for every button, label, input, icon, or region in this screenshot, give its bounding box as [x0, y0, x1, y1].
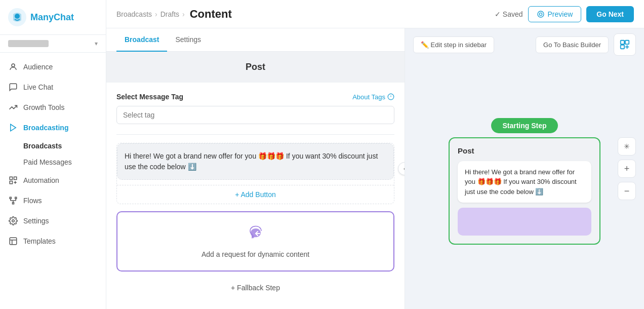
add-button-row[interactable]: + Add Button: [117, 185, 394, 204]
message-tag-section: Select Message Tag About Tags: [116, 93, 394, 124]
svg-rect-8: [15, 197, 17, 199]
svg-rect-6: [10, 181, 12, 184]
tab-settings[interactable]: Settings: [167, 28, 209, 52]
svg-rect-15: [10, 238, 17, 245]
live-chat-icon: [8, 82, 18, 92]
sidebar-account[interactable]: ▾: [0, 35, 106, 53]
svg-marker-3: [11, 124, 16, 131]
settings-icon: [8, 216, 18, 226]
flow-message-bubble: Hi there! We got a brand new offer for y…: [458, 161, 591, 203]
breadcrumb: Broadcasts › Drafts ›: [116, 10, 185, 18]
canvas-panel: ✏️ Edit step in sidebar Go To Basic Buil…: [405, 28, 644, 309]
select-tag-input[interactable]: [116, 106, 394, 124]
checkmark-icon: ✓: [495, 10, 501, 18]
divider-1: [116, 134, 394, 135]
basic-builder-button[interactable]: Go To Basic Builder: [536, 36, 609, 53]
sidebar-item-label-automation: Automation: [23, 176, 59, 184]
post-section-header: Post: [106, 52, 405, 83]
topbar-left: Broadcasts › Drafts › Content: [116, 8, 232, 21]
sidebar-item-automation[interactable]: Automation: [0, 170, 106, 190]
dynamic-content-card[interactable]: Add a request for dynamic content: [116, 211, 394, 272]
panel-inner: Select Message Tag About Tags Hi there! …: [106, 83, 405, 307]
canvas-plus-tool[interactable]: +: [618, 160, 636, 178]
sidebar-item-label-flows: Flows: [23, 197, 42, 205]
svg-rect-9: [13, 203, 14, 204]
audience-icon: [8, 62, 18, 72]
sidebar-item-label-settings: Settings: [23, 217, 49, 225]
canvas-add-widget[interactable]: [614, 33, 636, 56]
sidebar-item-settings[interactable]: Settings: [0, 211, 106, 231]
content-area: Broadcast Settings Post Select Message T…: [106, 28, 644, 309]
canvas-minus-tool[interactable]: −: [618, 182, 636, 200]
about-tags-link[interactable]: About Tags: [352, 93, 394, 101]
sidebar-item-label-live-chat: Live Chat: [23, 83, 53, 91]
svg-rect-7: [10, 197, 11, 199]
manychat-logo-icon: [8, 8, 26, 26]
sidebar-item-label-growth-tools: Growth Tools: [23, 103, 64, 111]
fallback-step-row[interactable]: + Fallback Step: [116, 279, 394, 297]
saved-text: Saved: [503, 10, 523, 18]
templates-icon: [8, 236, 18, 246]
sidebar-item-templates[interactable]: Templates: [0, 231, 106, 251]
tab-broadcast[interactable]: Broadcast: [116, 28, 167, 52]
growth-tools-icon: [8, 102, 18, 112]
canvas-toolbar: ✏️ Edit step in sidebar Go To Basic Buil…: [405, 28, 644, 61]
sidebar-logo[interactable]: ManyChat: [0, 0, 106, 35]
svg-rect-23: [621, 41, 624, 44]
flow-purple-placeholder: [458, 208, 591, 236]
message-tag-label-row: Select Message Tag About Tags: [116, 93, 394, 101]
dynamic-content-text: Add a request for dynamic content: [128, 250, 383, 258]
broadcasting-icon: [8, 123, 18, 133]
sidebar-item-label-templates: Templates: [23, 237, 56, 245]
sidebar-item-live-chat[interactable]: Live Chat: [0, 77, 106, 97]
flows-icon: [8, 196, 18, 206]
preview-button[interactable]: Preview: [528, 6, 582, 22]
left-panel: Broadcast Settings Post Select Message T…: [106, 28, 405, 309]
sidebar-nav: Audience Live Chat Growth Tools Broadcas…: [0, 53, 106, 309]
topbar: Broadcasts › Drafts › Content ✓ Saved Pr…: [106, 0, 644, 28]
edit-step-button[interactable]: ✏️ Edit step in sidebar: [413, 36, 494, 53]
canvas-side-tools: ✳ + −: [618, 137, 636, 200]
plus-icon: +: [624, 164, 630, 174]
sidebar-logo-text: ManyChat: [30, 12, 74, 23]
svg-rect-4: [10, 177, 12, 179]
account-dropdown-arrow: ▾: [95, 40, 98, 47]
add-widget-icon: [619, 39, 630, 50]
svg-point-18: [538, 11, 544, 17]
sidebar-sub-item-broadcasts[interactable]: Broadcasts: [0, 138, 106, 154]
star-icon: ✳: [624, 142, 630, 150]
topbar-right: ✓ Saved Preview Go Next: [495, 6, 634, 22]
automation-icon: [8, 175, 18, 185]
svg-point-1: [15, 14, 20, 19]
go-next-button[interactable]: Go Next: [586, 6, 634, 22]
message-bubble-wrapper: Hi there! We got a brand new offer for y…: [116, 143, 394, 204]
svg-rect-25: [621, 45, 624, 49]
sidebar-item-audience[interactable]: Audience: [0, 57, 106, 77]
svg-rect-24: [625, 41, 629, 44]
starting-step-badge: Starting Step: [491, 118, 557, 133]
canvas-star-tool[interactable]: ✳: [618, 137, 636, 156]
sidebar-item-broadcasting[interactable]: Broadcasting: [0, 118, 106, 138]
sub-item-label-broadcasts: Broadcasts: [23, 142, 62, 150]
main-area: Broadcasts › Drafts › Content ✓ Saved Pr…: [106, 0, 644, 309]
breadcrumb-sep-1: ›: [155, 10, 157, 18]
dynamic-content-icon: [128, 224, 383, 246]
sub-item-label-paid-messages: Paid Messages: [23, 158, 72, 166]
sidebar-item-growth-tools[interactable]: Growth Tools: [0, 97, 106, 118]
sidebar-sub-item-paid-messages[interactable]: Paid Messages: [0, 154, 106, 170]
message-tag-label: Select Message Tag: [116, 93, 183, 101]
page-title: Content: [190, 8, 232, 21]
flow-node: Starting Step Post Hi there! We got a br…: [449, 118, 600, 245]
sidebar-item-label-audience: Audience: [23, 63, 53, 71]
svg-point-19: [539, 13, 542, 15]
breadcrumb-sep-2: ›: [182, 10, 185, 18]
flow-card-title: Post: [458, 146, 591, 155]
preview-icon: [537, 10, 545, 18]
sidebar-item-label-broadcasting: Broadcasting: [23, 124, 68, 132]
breadcrumb-drafts[interactable]: Drafts: [160, 10, 179, 18]
message-bubble[interactable]: Hi there! We got a brand new offer for y…: [117, 143, 394, 180]
flow-card[interactable]: Post Hi there! We got a brand new offer …: [449, 137, 600, 245]
breadcrumb-broadcasts[interactable]: Broadcasts: [116, 10, 152, 18]
saved-status: ✓ Saved: [495, 10, 523, 18]
sidebar-item-flows[interactable]: Flows: [0, 190, 106, 211]
